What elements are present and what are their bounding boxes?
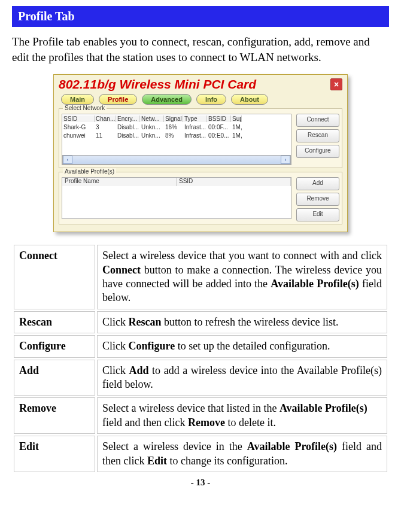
close-icon[interactable]: × [330, 78, 342, 90]
cell: 16% [164, 124, 183, 130]
desc-text: Click Configure to set up the detailed c… [97, 335, 387, 357]
desc-text: Click Rescan button to refresh the wirel… [97, 311, 387, 333]
col-signal: Signal [164, 115, 183, 122]
screenshot-container: 802.11b/g Wireless Mini PCI Card × Main … [12, 74, 389, 232]
desc-row-add: Add Click Add to add a wireless device i… [14, 360, 387, 396]
desc-term: Edit [14, 436, 95, 472]
document-page: Profile Tab The Profile tab enables you … [0, 0, 401, 494]
col-netw: Netw... [140, 115, 164, 122]
cell: 3 [95, 124, 116, 130]
connect-button[interactable]: Connect [296, 114, 339, 127]
section-header: Profile Tab [12, 6, 389, 27]
cell: 00:0F... [207, 124, 231, 130]
col-type: Type [183, 115, 207, 122]
desc-term: Add [14, 360, 95, 396]
desc-row-edit: Edit Select a wireless device in the Ava… [14, 436, 387, 472]
tab-info[interactable]: Info [196, 94, 226, 105]
tab-about[interactable]: About [231, 94, 268, 105]
remove-button[interactable]: Remove [296, 193, 339, 206]
add-button[interactable]: Add [296, 177, 339, 190]
desc-text: Select a wireless device in the Availabl… [97, 436, 387, 472]
app-window: 802.11b/g Wireless Mini PCI Card × Main … [53, 74, 348, 232]
col-ssid: SSID [62, 115, 95, 122]
col-profile-name: Profile Name [62, 178, 177, 186]
cell: Disabl... [116, 132, 140, 139]
cell: Infrast... [183, 124, 207, 130]
col-sup: Sup [231, 115, 242, 122]
app-titlebar: 802.11b/g Wireless Mini PCI Card × [54, 75, 347, 92]
description-table: Connect Select a wireless device that yo… [12, 243, 389, 474]
tab-main[interactable]: Main [61, 94, 94, 105]
cell: Shark-G [62, 124, 95, 130]
cell: 8% [164, 132, 183, 139]
desc-term: Connect [14, 245, 95, 309]
desc-term: Configure [14, 335, 95, 357]
col-profile-ssid: SSID [177, 178, 291, 186]
horizontal-scrollbar[interactable]: ‹ › [62, 155, 291, 165]
profile-table[interactable]: Profile Name SSID [62, 177, 291, 219]
desc-row-configure: Configure Click Configure to set up the … [14, 335, 387, 357]
table-row[interactable]: Shark-G 3 Disabl... Unkn... 16% Infrast.… [62, 123, 291, 131]
cell: Unkn... [140, 124, 164, 130]
network-button-column: Connect Rescan Configure [296, 114, 339, 165]
network-table[interactable]: SSID Chan... Encry... Netw... Signal Typ… [62, 114, 291, 165]
table-row[interactable]: chunwei 11 Disabl... Unkn... 8% Infrast.… [62, 131, 291, 139]
cell: chunwei [62, 132, 95, 139]
profile-button-column: Add Remove Edit [296, 177, 339, 221]
col-chan: Chan... [95, 115, 116, 122]
cell: 00:E0... [207, 132, 231, 139]
configure-button[interactable]: Configure [296, 145, 339, 158]
desc-row-remove: Remove Select a wireless device that lis… [14, 397, 387, 434]
tab-profile[interactable]: Profile [99, 94, 137, 105]
available-profiles-group: Available Profile(s) Profile Name SSID A… [59, 172, 342, 224]
desc-text: Click Add to add a wireless device into … [97, 360, 387, 396]
available-profiles-label: Available Profile(s) [63, 168, 116, 175]
desc-term: Remove [14, 397, 95, 434]
desc-text: Select a wireless device that listed in … [97, 397, 387, 434]
desc-term: Rescan [14, 311, 95, 333]
col-encry: Encry... [116, 115, 140, 122]
network-table-header: SSID Chan... Encry... Netw... Signal Typ… [62, 114, 291, 123]
edit-button[interactable]: Edit [296, 208, 339, 221]
select-network-group: Select Network SSID Chan... Encry... Net… [59, 108, 342, 168]
intro-paragraph: The Profile tab enables you to connect, … [12, 34, 389, 65]
select-network-label: Select Network [63, 105, 107, 111]
scroll-left-icon[interactable]: ‹ [63, 156, 72, 164]
profile-table-header: Profile Name SSID [62, 178, 291, 186]
cell: 1M, [231, 132, 242, 139]
cell: 1M, [231, 124, 242, 130]
cell: 11 [95, 132, 116, 139]
desc-row-rescan: Rescan Click Rescan button to refresh th… [14, 311, 387, 333]
app-title: 802.11b/g Wireless Mini PCI Card [59, 77, 256, 92]
cell: Disabl... [116, 124, 140, 130]
rescan-button[interactable]: Rescan [296, 129, 339, 142]
desc-row-connect: Connect Select a wireless device that yo… [14, 245, 387, 309]
scroll-right-icon[interactable]: › [281, 156, 290, 164]
tab-advanced[interactable]: Advanced [142, 94, 192, 105]
cell: Unkn... [140, 132, 164, 139]
col-bssid: BSSID [207, 115, 231, 122]
cell: Infrast... [183, 132, 207, 139]
page-number: - 13 - [12, 478, 389, 488]
desc-text: Select a wireless device that you want t… [97, 245, 387, 309]
